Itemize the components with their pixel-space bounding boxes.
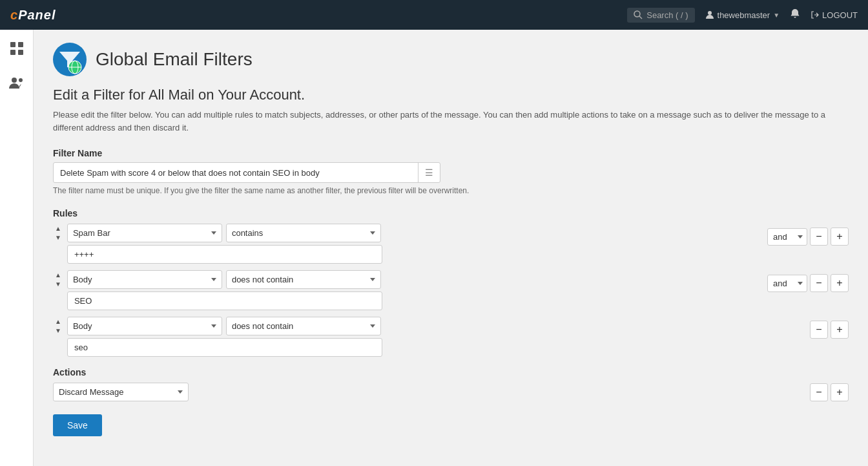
rules-label: Rules — [53, 208, 849, 218]
sidebar-users-icon[interactable] — [5, 73, 28, 97]
rule-2-value-input[interactable] — [67, 291, 382, 310]
rule-3-down-arrow[interactable]: ▼ — [53, 327, 63, 335]
rule-2-fields: Spam Bar Body Subject From To contains d… — [67, 270, 382, 310]
page-icon — [53, 43, 87, 76]
search-bar[interactable]: Search ( / ) — [627, 8, 694, 23]
rule-row-3: ▲ ▼ Spam Bar Body Subject From To contai… — [53, 317, 849, 357]
actions-label: Actions — [53, 367, 849, 377]
sidebar — [0, 30, 34, 466]
rule-2-up-arrow[interactable]: ▲ — [53, 271, 63, 279]
rule-3-value-input[interactable] — [67, 338, 382, 357]
filter-name-icon[interactable]: ☰ — [418, 163, 440, 182]
rule-1-and-select[interactable]: and or — [767, 228, 807, 246]
sidebar-grid-icon[interactable] — [6, 37, 28, 63]
rule-2-and-select[interactable]: and or — [767, 275, 807, 292]
rule-2-type-select[interactable]: Spam Bar Body Subject From To — [67, 270, 222, 289]
rule-2-condition-select[interactable]: contains does not contain begins with en… — [226, 270, 381, 289]
section-title: Edit a Filter for All Mail on Your Accou… — [53, 87, 849, 103]
chevron-down-icon: ▼ — [773, 12, 780, 19]
page-title: Global Email Filters — [96, 49, 253, 70]
rule-3-remove-button[interactable]: − — [810, 321, 828, 339]
action-add-button[interactable]: + — [831, 383, 849, 401]
user-menu[interactable]: thewebmaster ▼ — [705, 10, 780, 20]
rule-row-1: ▲ ▼ Spam Bar Body Subject From To contai… — [53, 224, 849, 264]
save-button[interactable]: Save — [53, 414, 102, 436]
svg-rect-4 — [10, 42, 16, 47]
rule-3-type-select[interactable]: Spam Bar Body Subject From To — [67, 317, 222, 335]
rule-2-down-arrow[interactable]: ▼ — [53, 281, 63, 288]
logout-label: LOGOUT — [822, 10, 858, 20]
rule-2-controls: and or − + — [767, 270, 849, 292]
rule-1-type-select[interactable]: Spam Bar Body Subject From To — [67, 224, 222, 242]
action-remove-button[interactable]: − — [810, 383, 828, 401]
logout-button[interactable]: LOGOUT — [811, 10, 858, 20]
search-icon — [634, 10, 643, 19]
main-content: Global Email Filters Edit a Filter for A… — [34, 30, 868, 466]
navbar: cPanel Search ( / ) thewebmaster ▼ LOGOU… — [0, 0, 868, 30]
rule-row-2: ▲ ▼ Spam Bar Body Subject From To contai… — [53, 270, 849, 310]
rule-1-add-button[interactable]: + — [831, 228, 849, 246]
user-icon — [705, 10, 714, 19]
bell-icon — [790, 8, 800, 19]
rule-1-controls: and or − + — [767, 224, 849, 246]
rule-3-add-button[interactable]: + — [831, 321, 849, 339]
brand-logo[interactable]: cPanel — [10, 8, 56, 23]
filter-name-label: Filter Name — [53, 148, 849, 158]
filter-name-field-wrap: ☰ — [53, 162, 440, 183]
username: thewebmaster — [718, 10, 770, 20]
rule-2-add-button[interactable]: + — [831, 274, 849, 292]
rule-1-arrows: ▲ ▼ — [53, 224, 63, 242]
rule-2-remove-button[interactable]: − — [810, 274, 828, 292]
svg-rect-3 — [794, 17, 796, 18]
svg-rect-5 — [18, 42, 23, 47]
action-select[interactable]: Discard Message Deliver to email Redirec… — [53, 383, 189, 401]
actions-row: Discard Message Deliver to email Redirec… — [53, 383, 849, 401]
search-placeholder: Search ( / ) — [646, 10, 688, 20]
section-desc: Please edit the filter below. You can ad… — [53, 109, 849, 134]
page-header: Global Email Filters — [53, 43, 849, 76]
filter-name-hint: The filter name must be unique. If you g… — [53, 186, 849, 195]
svg-rect-7 — [18, 50, 23, 55]
rule-3-controls: − + — [810, 317, 849, 339]
actions-controls: − + — [810, 383, 849, 401]
rule-1-down-arrow[interactable]: ▼ — [53, 234, 63, 242]
rule-3-condition-select[interactable]: contains does not contain begins with en… — [226, 317, 381, 335]
rule-1-condition-select[interactable]: contains does not contain begins with en… — [226, 224, 381, 242]
rule-1-remove-button[interactable]: − — [810, 228, 828, 246]
rule-3-up-arrow[interactable]: ▲ — [53, 318, 63, 326]
rule-3-arrows: ▲ ▼ — [53, 317, 63, 335]
logout-icon — [811, 10, 820, 19]
svg-rect-6 — [10, 50, 16, 55]
filter-name-input[interactable] — [54, 164, 418, 182]
rule-2-arrows: ▲ ▼ — [53, 270, 63, 288]
rule-1-fields: Spam Bar Body Subject From To contains d… — [67, 224, 382, 264]
rule-1-up-arrow[interactable]: ▲ — [53, 225, 63, 233]
svg-point-8 — [12, 78, 17, 83]
notifications-bell[interactable] — [790, 8, 800, 21]
svg-point-0 — [634, 11, 640, 17]
svg-point-2 — [708, 11, 712, 15]
svg-point-9 — [19, 78, 23, 82]
svg-line-1 — [639, 16, 642, 19]
rule-3-fields: Spam Bar Body Subject From To contains d… — [67, 317, 382, 357]
rule-1-value-input[interactable] — [67, 245, 382, 264]
